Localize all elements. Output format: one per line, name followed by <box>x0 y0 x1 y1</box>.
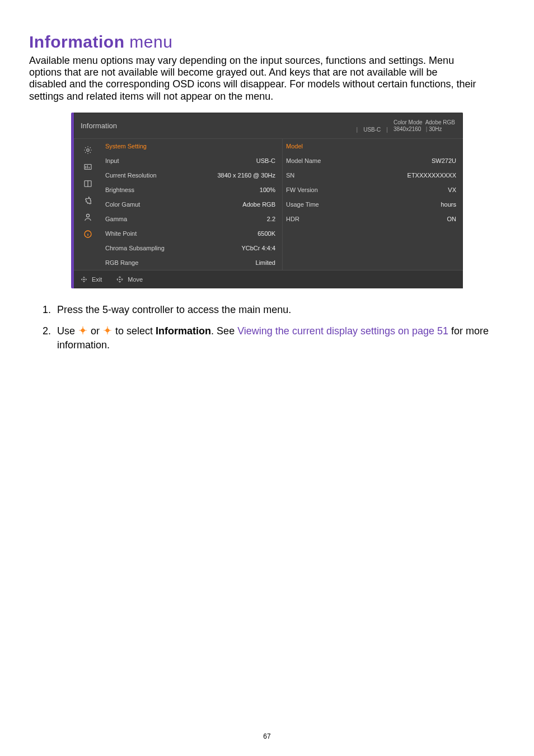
status-sep: | <box>386 127 388 133</box>
osd-row-header: System Setting <box>102 139 282 153</box>
osd-row: White Point6500K <box>102 226 282 241</box>
svg-point-3 <box>86 214 89 217</box>
status-input: USB-C <box>363 127 381 133</box>
step-1: Press the 5-way controller to access the… <box>54 303 505 316</box>
osd-left-column: System Setting InputUSB-C Current Resolu… <box>102 139 283 270</box>
svg-marker-7 <box>81 328 86 333</box>
step-2: Use or to select Information. See Viewin… <box>54 324 505 352</box>
intro-paragraph: Available menu options may vary dependin… <box>29 55 477 102</box>
osd-right-column: Model Model NameSW272U SNETXXXXXXXXXX FW… <box>283 139 463 270</box>
osd-row-header: Model <box>283 139 463 153</box>
osd-row: InputUSB-C <box>102 153 282 168</box>
status-sep: | <box>357 127 358 133</box>
settings-icon <box>82 195 93 206</box>
osd-row: Current Resolution3840 x 2160 @ 30Hz <box>102 168 282 183</box>
heading-bold: Information <box>29 32 125 51</box>
osd-row: Usage Timehours <box>283 197 463 212</box>
osd-row: Model NameSW272U <box>283 153 463 168</box>
osd-footer: Exit Move <box>74 270 463 288</box>
link-viewing-display-settings[interactable]: Viewing the current display settings on … <box>237 325 448 337</box>
osd-row: Brightness100% <box>102 183 282 197</box>
joystick-right-icon <box>102 325 113 335</box>
svg-point-5 <box>83 279 85 280</box>
osd-row: RGB RangeLimited <box>102 255 282 270</box>
osd-hint-move: Move <box>115 275 143 284</box>
osd-row: Gamma2.2 <box>102 212 282 226</box>
osd-panel: Information | USB-C | Color Mode Adobe R… <box>71 113 463 288</box>
heading-rest: menu <box>125 32 173 51</box>
status-colormode-label: Color Mode Adobe RGB <box>394 119 455 126</box>
joystick-center-icon <box>79 275 88 284</box>
osd-row: HDRON <box>283 212 463 226</box>
svg-marker-8 <box>105 328 110 333</box>
step-2-bold: Information <box>156 325 211 337</box>
osd-row: Color GamutAdobe RGB <box>102 197 282 212</box>
information-icon <box>82 228 93 240</box>
page-heading: Information menu <box>29 32 505 52</box>
page-number: 67 <box>0 732 534 740</box>
pip-icon <box>82 178 93 189</box>
osd-sidebar <box>74 139 102 270</box>
user-icon <box>82 212 93 223</box>
status-resolution: 3840x2160 <box>394 126 421 132</box>
osd-row: SNETXXXXXXXXXX <box>283 168 463 183</box>
status-refresh: 30Hz <box>429 126 442 132</box>
joystick-move-icon <box>115 275 124 284</box>
steps-list: Press the 5-way controller to access the… <box>29 303 505 352</box>
brightness-icon <box>82 144 93 156</box>
osd-topbar: Information | USB-C | Color Mode Adobe R… <box>74 113 463 139</box>
joystick-left-icon <box>78 325 88 335</box>
svg-point-6 <box>119 279 120 280</box>
osd-row: FW VersionVX <box>283 183 463 197</box>
osd-row: Chroma SubsamplingYCbCr 4:4:4 <box>102 241 282 255</box>
color-adjust-icon <box>82 161 93 172</box>
osd-hint-exit: Exit <box>79 275 102 284</box>
osd-title: Information <box>81 122 117 130</box>
svg-point-0 <box>87 149 90 152</box>
osd-status: | USB-C | Color Mode Adobe RGB 3840x2160… <box>357 119 455 133</box>
